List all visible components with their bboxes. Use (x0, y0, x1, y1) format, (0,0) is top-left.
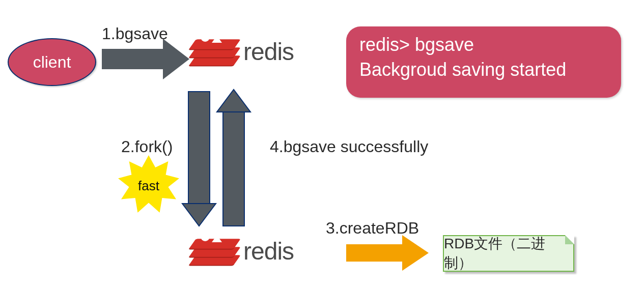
rdb-file-label: RDB文件（二进制） (444, 234, 573, 273)
redis-logo-icon: ★ (192, 32, 238, 71)
svg-marker-7 (402, 235, 429, 271)
node-redis-top: ★ redis (192, 32, 294, 71)
command-line-2: Backgroud saving started (359, 58, 608, 82)
redis-logo-icon: ★ (192, 231, 238, 271)
svg-rect-4 (223, 112, 244, 226)
label-step2: 2.fork() (121, 137, 173, 156)
client-label: client (33, 53, 71, 72)
svg-rect-2 (188, 92, 210, 204)
svg-marker-1 (163, 39, 189, 79)
redis-wordmark: redis (243, 38, 294, 66)
svg-rect-0 (102, 49, 163, 69)
command-line-1: redis> bgsave (359, 33, 608, 58)
svg-marker-3 (182, 204, 216, 226)
arrow-step4 (217, 90, 250, 226)
fold-corner-icon (565, 235, 574, 244)
arrow-step2 (182, 92, 216, 226)
label-step3: 3.createRDB (326, 219, 419, 238)
arrow-step1 (102, 39, 189, 79)
redis-wordmark: redis (243, 237, 294, 265)
arrow-step3 (346, 235, 429, 271)
node-client: client (8, 38, 96, 86)
svg-marker-5 (217, 90, 250, 112)
command-output-panel: redis> bgsave Backgroud saving started (346, 26, 621, 98)
node-rdb-file: RDB文件（二进制） (443, 235, 574, 272)
fast-label: fast (138, 178, 159, 194)
label-step1: 1.bgsave (102, 24, 168, 43)
label-step4: 4.bgsave successfully (270, 137, 428, 156)
node-redis-bottom: ★ redis (192, 231, 294, 271)
fast-badge: fast (118, 155, 179, 216)
svg-rect-6 (346, 244, 402, 262)
